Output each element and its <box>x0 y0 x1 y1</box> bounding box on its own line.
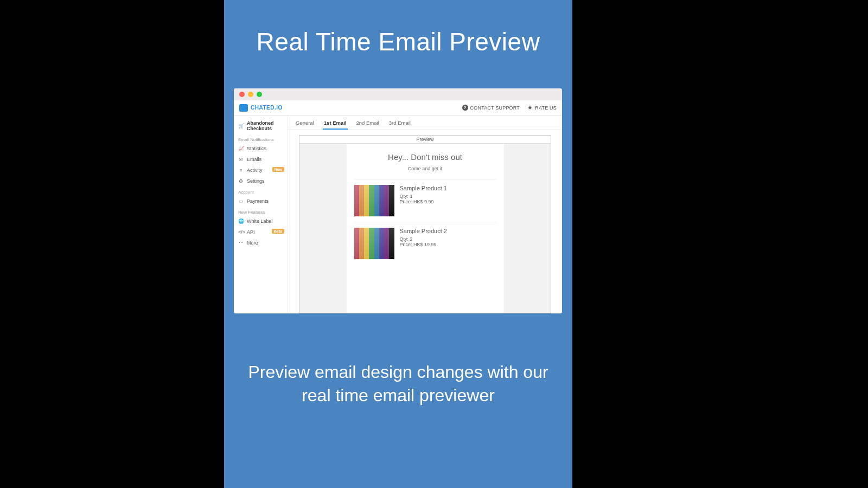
chart-icon: 📈 <box>238 146 244 151</box>
product-name: Sample Product 2 <box>400 228 447 234</box>
promo-title: Real Time Email Preview <box>224 27 572 56</box>
ellipsis-icon: ⋯ <box>238 240 244 246</box>
maximize-icon[interactable] <box>257 92 262 97</box>
sidebar-item-abandoned-checkouts[interactable]: 🛒 Abandoned Checkouts <box>234 118 288 134</box>
product-thumbnail <box>354 185 394 216</box>
sidebar-item-emails[interactable]: ✉ Emails <box>234 154 288 165</box>
sidebar-item-label: Emails <box>247 157 261 162</box>
sidebar-item-api[interactable]: </> API Beta <box>234 227 288 237</box>
tab-1st-email[interactable]: 1st Email <box>324 120 347 129</box>
email-body: Hey... Don't miss out Come and get it Sa… <box>347 144 504 313</box>
tab-2nd-email[interactable]: 2nd Email <box>356 120 379 129</box>
product-row: Sample Product 2 Qty: 2 Price: HK$ 19.99 <box>354 222 496 265</box>
promo-panel: Real Time Email Preview CHATED.IO ? CONT… <box>224 0 572 488</box>
sidebar-item-label: More <box>247 240 258 246</box>
cart-icon: 🛒 <box>238 123 244 129</box>
card-icon: ▭ <box>238 198 244 204</box>
brand-text: CHATED.IO <box>251 105 283 111</box>
brand-logo[interactable]: CHATED.IO <box>239 104 283 112</box>
close-icon[interactable] <box>239 92 245 97</box>
email-subline: Come and get it <box>354 166 496 171</box>
sidebar-item-label: Statistics <box>247 146 266 151</box>
tab-bar: General 1st Email 2nd Email 3rd Email <box>288 115 562 130</box>
preview-label: Preview <box>299 136 551 144</box>
product-info: Sample Product 1 Qty: 1 Price: HK$ 9.99 <box>400 185 447 216</box>
sidebar-section-account: Account <box>234 187 288 196</box>
list-icon: ≡ <box>238 168 244 173</box>
sidebar-item-label: Settings <box>247 178 265 184</box>
help-icon: ? <box>462 105 468 111</box>
new-badge: New <box>272 167 284 172</box>
sidebar-item-label: White Label <box>247 219 273 224</box>
sidebar: 🛒 Abandoned Checkouts Email Notification… <box>234 115 288 313</box>
sidebar-item-label: API <box>247 229 255 235</box>
preview-area: Preview Hey... Don't miss out Come and g… <box>288 130 562 313</box>
globe-icon: 🌐 <box>238 219 244 224</box>
preview-canvas: Hey... Don't miss out Come and get it Sa… <box>299 144 551 313</box>
product-qty: Qty: 1 <box>400 194 447 199</box>
product-thumbnail <box>354 228 394 259</box>
app-frame: CHATED.IO ? CONTACT SUPPORT ★ RATE US 🛒 … <box>234 100 562 313</box>
gear-icon: ⚙ <box>238 178 244 184</box>
contact-support-link[interactable]: ? CONTACT SUPPORT <box>462 105 520 111</box>
tab-3rd-email[interactable]: 3rd Email <box>389 120 411 129</box>
product-info: Sample Product 2 Qty: 2 Price: HK$ 19.99 <box>400 228 447 259</box>
product-name: Sample Product 1 <box>400 185 447 191</box>
sidebar-item-label: Payments <box>247 198 269 204</box>
mac-titlebar <box>234 88 562 100</box>
envelope-icon: ✉ <box>238 157 244 162</box>
promo-subtitle: Preview email design changes with our re… <box>224 361 572 407</box>
sidebar-item-white-label[interactable]: 🌐 White Label <box>234 216 288 227</box>
sidebar-item-label: Activity <box>247 168 263 173</box>
rate-us-link[interactable]: ★ RATE US <box>527 104 557 111</box>
sidebar-item-settings[interactable]: ⚙ Settings <box>234 176 288 187</box>
sidebar-item-label: Abandoned Checkouts <box>247 120 283 131</box>
sidebar-item-statistics[interactable]: 📈 Statistics <box>234 143 288 154</box>
beta-badge: Beta <box>272 229 284 234</box>
preview-box: Preview Hey... Don't miss out Come and g… <box>299 135 551 313</box>
main-panel: General 1st Email 2nd Email 3rd Email Pr… <box>288 115 562 313</box>
app-screenshot-card: CHATED.IO ? CONTACT SUPPORT ★ RATE US 🛒 … <box>234 88 562 313</box>
minimize-icon[interactable] <box>248 92 253 97</box>
sidebar-item-activity[interactable]: ≡ Activity New <box>234 165 288 176</box>
product-price: Price: HK$ 9.99 <box>400 199 447 204</box>
sidebar-section-new-features: New Features <box>234 207 288 216</box>
code-icon: </> <box>238 229 244 235</box>
chat-bubble-icon <box>239 104 248 112</box>
email-headline: Hey... Don't miss out <box>354 152 496 162</box>
star-icon: ★ <box>527 104 533 111</box>
sidebar-item-more[interactable]: ⋯ More <box>234 237 288 248</box>
sidebar-item-payments[interactable]: ▭ Payments <box>234 196 288 207</box>
rate-us-label: RATE US <box>535 105 557 111</box>
product-row: Sample Product 1 Qty: 1 Price: HK$ 9.99 <box>354 179 496 222</box>
tab-general[interactable]: General <box>296 120 314 129</box>
sidebar-section-email: Email Notifications <box>234 134 288 143</box>
product-price: Price: HK$ 19.99 <box>400 242 447 247</box>
product-qty: Qty: 2 <box>400 236 447 242</box>
top-bar: CHATED.IO ? CONTACT SUPPORT ★ RATE US <box>234 100 562 115</box>
contact-support-label: CONTACT SUPPORT <box>470 105 520 111</box>
